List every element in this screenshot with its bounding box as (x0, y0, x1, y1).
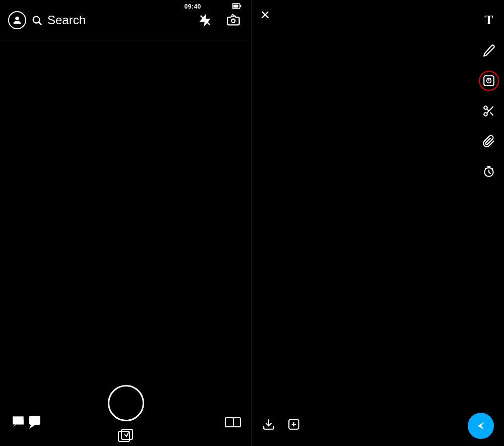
sticker-tool[interactable] (479, 71, 499, 91)
battery-icon (232, 3, 241, 10)
search-label[interactable]: Search (47, 13, 86, 27)
scissors-icon (482, 104, 495, 118)
search-area[interactable]: Search (8, 11, 195, 29)
editor-canvas (252, 30, 504, 406)
editor-panel: ✕ T (252, 0, 504, 446)
svg-rect-9 (29, 416, 40, 425)
download-button[interactable] (262, 418, 275, 434)
text-tool-icon: T (484, 13, 493, 28)
svg-rect-14 (233, 418, 240, 427)
search-icon (31, 15, 42, 26)
text-tool[interactable]: T (479, 10, 499, 30)
svg-point-8 (232, 19, 235, 22)
share-button[interactable] (287, 418, 300, 434)
gallery-flip-icon[interactable] (117, 427, 135, 446)
editor-top-bar: ✕ (252, 0, 504, 30)
svg-line-5 (39, 22, 41, 25)
top-bar: Search (0, 0, 251, 40)
camera-viewfinder (0, 40, 251, 396)
flip-camera-icon[interactable] (223, 10, 243, 30)
paperclip-icon (482, 135, 495, 148)
svg-point-3 (15, 16, 19, 20)
chat-icon[interactable] (10, 414, 43, 432)
svg-marker-10 (29, 425, 35, 429)
paperclip-tool[interactable] (479, 131, 499, 151)
pen-icon (482, 44, 495, 57)
top-right-icons (195, 10, 243, 30)
editor-toolbar: T (479, 10, 499, 182)
send-button[interactable] (468, 413, 494, 439)
svg-point-18 (484, 113, 487, 116)
svg-point-4 (33, 16, 40, 23)
svg-rect-2 (240, 5, 241, 7)
close-button[interactable]: ✕ (260, 9, 270, 21)
scissors-tool[interactable] (479, 101, 499, 121)
flash-off-icon[interactable] (195, 10, 215, 30)
timer-tool[interactable] (479, 161, 499, 182)
svg-rect-1 (233, 5, 238, 8)
avatar[interactable] (8, 11, 26, 29)
svg-point-17 (484, 106, 487, 109)
svg-line-20 (490, 113, 493, 116)
svg-rect-13 (225, 418, 233, 427)
pen-tool[interactable] (479, 40, 499, 61)
shutter-button[interactable] (108, 385, 144, 421)
svg-line-21 (487, 109, 489, 111)
editor-bottom-bar (252, 406, 504, 446)
camera-panel: 09:40 Search (0, 0, 252, 446)
status-time: 09:40 (184, 3, 201, 10)
memories-icon[interactable] (224, 413, 241, 432)
camera-bottom-bar (0, 396, 251, 446)
timer-icon (482, 165, 495, 178)
sticker-icon (482, 74, 495, 87)
